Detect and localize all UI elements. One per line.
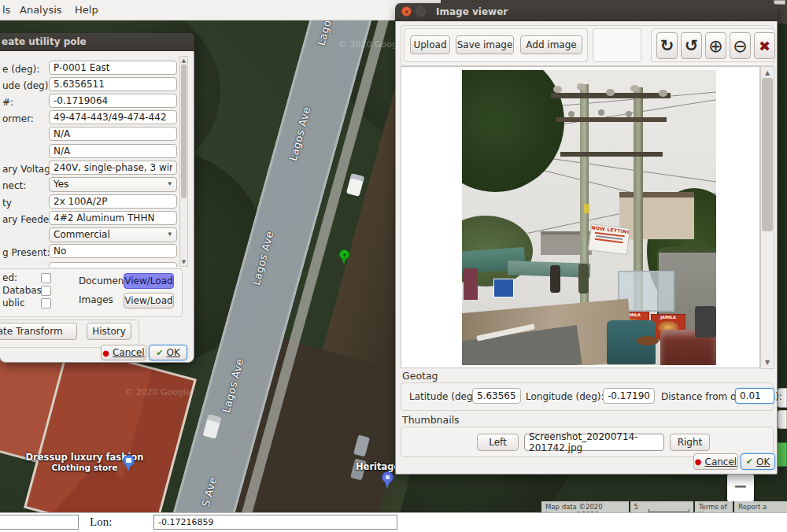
next-field-partial[interactable] — [49, 262, 177, 267]
connect-select[interactable]: Yes▾ — [49, 177, 177, 192]
tree — [462, 70, 564, 192]
field-label: ude (deg): — [2, 80, 51, 91]
dropdown-arrow-icon: ▾ — [168, 230, 172, 238]
checkbox-verified[interactable] — [41, 273, 51, 283]
dropdown-arrow-icon: ▾ — [168, 179, 172, 187]
voltage-field[interactable] — [49, 161, 177, 175]
upload-button[interactable]: Upload — [410, 35, 450, 54]
viewer-ok-button[interactable]: ✔ OK — [741, 453, 775, 470]
thumbnail-left-button[interactable]: Left — [477, 434, 519, 451]
scrollbar-thumb[interactable] — [762, 78, 773, 231]
close-x: ✕ — [404, 9, 409, 16]
menu-item-help[interactable]: Help — [75, 4, 98, 16]
form-scrollbar[interactable]: ▲ ▼ — [179, 56, 188, 267]
feeder-field[interactable] — [49, 211, 177, 225]
attribution-text: Map data ©2020 Imagery ©2020 — [541, 501, 629, 512]
person — [550, 265, 560, 293]
pole-photo: NOW LETTING JAMILA JAMILA — [462, 70, 716, 365]
canvas-scrollbar[interactable]: ▲ ▼ — [760, 66, 774, 369]
menu-item-analysis[interactable]: Analysis — [20, 4, 62, 16]
create-pole-titlebar[interactable]: eate utility pole — [0, 33, 194, 51]
marker-tip — [342, 257, 346, 264]
latitude-field[interactable] — [49, 77, 177, 91]
ok-label: OK — [756, 456, 770, 467]
lon-label: Lon: — [90, 515, 112, 529]
coordinate-transform-button[interactable]: rdinate Transform — [0, 323, 77, 340]
latitude-label: Latitude (deg): — [409, 391, 479, 402]
jamila-text: JAMILA — [652, 315, 685, 320]
checkbox-label: ublic — [2, 297, 25, 308]
thumbnails-heading: Thumbnails — [402, 414, 460, 426]
geotag-section: Latitude (deg): Longitude (deg): Distanc… — [401, 382, 774, 411]
insulator — [577, 83, 586, 91]
status-bar: Lon: — [0, 512, 787, 532]
scroll-down-icon[interactable]: ▼ — [180, 259, 187, 265]
add-image-button[interactable]: Add image — [520, 35, 582, 54]
viewer-cancel-button[interactable]: ● Cancel — [693, 453, 738, 470]
capacity-field[interactable] — [49, 194, 177, 209]
scale-label: 5 m — [634, 503, 646, 512]
ok-button[interactable]: ✔ OK — [149, 345, 187, 360]
side-table — [637, 336, 659, 345]
document-view-load-button[interactable]: View/Load — [124, 273, 174, 289]
rotate-cw-icon[interactable]: ↻ — [656, 32, 678, 59]
insulator — [598, 109, 604, 116]
insulator — [659, 90, 667, 97]
checkbox-public[interactable] — [41, 298, 51, 308]
pole-number-field[interactable] — [49, 110, 177, 124]
lon-status-field[interactable] — [153, 515, 397, 530]
lat-status-field[interactable] — [0, 515, 79, 530]
image-canvas[interactable]: NOW LETTING JAMILA JAMILA — [401, 66, 760, 368]
field-label: e (deg): — [2, 64, 39, 75]
distance-field[interactable] — [735, 388, 774, 404]
toolbar-spacer-box — [593, 28, 641, 62]
transformer-field[interactable] — [49, 127, 177, 141]
longitude-label: Longitude (deg): — [526, 391, 604, 402]
present-field[interactable] — [49, 244, 177, 258]
category-select[interactable]: Commercial▾ — [49, 227, 177, 242]
scrollbar-thumb[interactable] — [181, 65, 187, 198]
longitude-field[interactable] — [49, 94, 177, 108]
insulator — [568, 111, 575, 117]
zoom-in-icon[interactable]: ⊕ — [705, 32, 726, 59]
save-image-button[interactable]: Save image — [456, 35, 514, 54]
terms-link[interactable]: Terms of Use — [695, 501, 733, 512]
scroll-up-icon[interactable]: ▲ — [761, 69, 774, 76]
map-zoom-out-button[interactable]: − — [727, 475, 754, 501]
insulator — [626, 111, 632, 117]
thumbnail-filename: Screenshot_20200714-201742.jpg — [524, 434, 664, 451]
marker-tip — [126, 465, 131, 471]
rotate-ccw-icon[interactable]: ↺ — [681, 32, 702, 59]
create-pole-title: eate utility pole — [2, 36, 87, 47]
letting-sign: NOW LETTING — [588, 224, 630, 255]
insulator — [630, 85, 639, 92]
pole-name-field[interactable] — [49, 61, 177, 75]
images-view-load-button[interactable]: View/Load — [124, 293, 174, 308]
scroll-down-icon[interactable]: ▼ — [761, 359, 774, 366]
close-icon[interactable]: ✕ — [401, 6, 412, 17]
person — [578, 264, 589, 294]
images-label: Images — [79, 294, 113, 305]
maximize-icon[interactable] — [416, 6, 426, 17]
category-value: Commercial — [54, 229, 110, 240]
scroll-up-icon[interactable]: ▲ — [180, 57, 187, 64]
menu-item-tools[interactable]: ls — [2, 4, 10, 16]
field-label: #: — [2, 97, 13, 108]
checkbox-database[interactable] — [41, 286, 51, 296]
report-error-link[interactable]: Report a map error — [734, 501, 787, 512]
car — [346, 173, 364, 197]
geotag-longitude-field[interactable] — [603, 388, 655, 404]
cut-widget-green — [776, 442, 787, 467]
delete-image-icon[interactable]: ✖ — [754, 32, 775, 59]
secondary-field[interactable] — [49, 144, 177, 158]
filename-text: Screenshot_20200714-201742.jpg — [529, 431, 660, 453]
cancel-button[interactable]: ● Cancel — [101, 345, 146, 360]
history-button[interactable]: History — [87, 323, 131, 340]
pole-form-scroll-area[interactable]: e (deg): ude (deg): #: ormer: ary Voltag… — [0, 56, 189, 267]
zoom-out-icon[interactable]: ⊖ — [730, 32, 751, 59]
image-viewer-titlebar[interactable]: ✕ Image viewer — [395, 3, 778, 21]
cancel-label: Cancel — [705, 456, 737, 467]
image-viewer-dialog: ✕ Image viewer Upload Save image Add ima… — [395, 3, 778, 475]
thumbnail-right-button[interactable]: Right — [670, 434, 710, 451]
geotag-latitude-field[interactable] — [472, 388, 521, 404]
